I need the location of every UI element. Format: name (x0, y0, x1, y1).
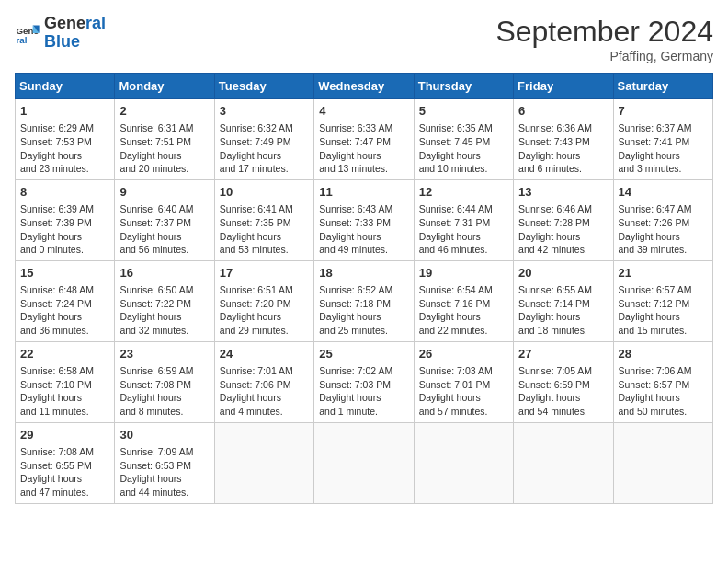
table-row: 4Sunrise: 6:33 AMSunset: 7:47 PMDaylight… (314, 99, 414, 180)
day-number: 13 (518, 184, 608, 201)
day-number: 4 (319, 103, 408, 120)
week-row-2: 8Sunrise: 6:39 AMSunset: 7:39 PMDaylight… (16, 179, 713, 260)
table-row: 11Sunrise: 6:43 AMSunset: 7:33 PMDayligh… (314, 179, 414, 260)
day-info: Sunrise: 6:35 AMSunset: 7:45 PMDaylight … (419, 121, 508, 176)
day-info: Sunrise: 6:36 AMSunset: 7:43 PMDaylight … (518, 121, 608, 176)
table-row: 12Sunrise: 6:44 AMSunset: 7:31 PMDayligh… (414, 179, 513, 260)
table-row: 9Sunrise: 6:40 AMSunset: 7:37 PMDaylight… (115, 179, 214, 260)
table-row: 28Sunrise: 7:06 AMSunset: 6:57 PMDayligh… (613, 341, 712, 422)
table-row: 26Sunrise: 7:03 AMSunset: 7:01 PMDayligh… (414, 341, 513, 422)
day-info: Sunrise: 6:58 AMSunset: 7:10 PMDaylight … (20, 364, 109, 419)
day-info: Sunrise: 7:09 AMSunset: 6:53 PMDaylight … (119, 445, 209, 500)
col-saturday: Saturday (613, 74, 712, 99)
table-row (514, 422, 613, 503)
day-info: Sunrise: 6:33 AMSunset: 7:47 PMDaylight … (319, 121, 408, 176)
table-row: 20Sunrise: 6:55 AMSunset: 7:14 PMDayligh… (514, 260, 613, 341)
table-row (414, 422, 513, 503)
week-row-3: 15Sunrise: 6:48 AMSunset: 7:24 PMDayligh… (16, 260, 713, 341)
day-number: 26 (419, 346, 508, 362)
col-sunday: Sunday (16, 74, 115, 99)
day-number: 2 (119, 103, 209, 120)
table-row: 6Sunrise: 6:36 AMSunset: 7:43 PMDaylight… (514, 99, 613, 180)
table-row: 8Sunrise: 6:39 AMSunset: 7:39 PMDaylight… (16, 179, 115, 260)
day-info: Sunrise: 6:51 AMSunset: 7:20 PMDaylight … (220, 283, 309, 338)
col-thursday: Thursday (414, 74, 513, 99)
svg-text:ral: ral (16, 35, 27, 45)
day-info: Sunrise: 7:02 AMSunset: 7:03 PMDaylight … (319, 364, 408, 419)
col-monday: Monday (115, 74, 214, 99)
day-number: 3 (220, 103, 309, 120)
table-row: 27Sunrise: 7:05 AMSunset: 6:59 PMDayligh… (514, 341, 613, 422)
table-row: 16Sunrise: 6:50 AMSunset: 7:22 PMDayligh… (115, 260, 214, 341)
month-title: September 2024 (495, 15, 713, 49)
day-info: Sunrise: 6:57 AMSunset: 7:12 PMDaylight … (619, 283, 708, 338)
day-info: Sunrise: 7:08 AMSunset: 6:55 PMDaylight … (20, 445, 109, 500)
day-info: Sunrise: 6:44 AMSunset: 7:31 PMDaylight … (419, 202, 508, 257)
day-info: Sunrise: 6:50 AMSunset: 7:22 PMDaylight … (119, 283, 209, 338)
day-info: Sunrise: 7:01 AMSunset: 7:06 PMDaylight … (220, 364, 309, 419)
table-row: 25Sunrise: 7:02 AMSunset: 7:03 PMDayligh… (314, 341, 414, 422)
table-row: 15Sunrise: 6:48 AMSunset: 7:24 PMDayligh… (16, 260, 115, 341)
day-number: 29 (20, 427, 109, 443)
day-info: Sunrise: 7:05 AMSunset: 6:59 PMDaylight … (518, 364, 608, 419)
day-info: Sunrise: 6:29 AMSunset: 7:53 PMDaylight … (20, 121, 109, 176)
day-number: 25 (319, 346, 408, 362)
day-number: 20 (518, 265, 608, 282)
table-row: 7Sunrise: 6:37 AMSunset: 7:41 PMDaylight… (613, 99, 712, 180)
day-info: Sunrise: 6:59 AMSunset: 7:08 PMDaylight … (119, 364, 209, 419)
day-info: Sunrise: 6:52 AMSunset: 7:18 PMDaylight … (319, 283, 408, 338)
day-number: 21 (619, 265, 708, 282)
logo-text: GeneralBlue (44, 15, 106, 52)
location: Pfaffing, Germany (495, 49, 713, 63)
day-info: Sunrise: 6:46 AMSunset: 7:28 PMDaylight … (518, 202, 608, 257)
day-number: 9 (119, 184, 209, 201)
day-info: Sunrise: 6:48 AMSunset: 7:24 PMDaylight … (20, 283, 109, 338)
day-number: 18 (319, 265, 408, 282)
table-row (214, 422, 313, 503)
table-row: 24Sunrise: 7:01 AMSunset: 7:06 PMDayligh… (214, 341, 313, 422)
day-number: 7 (619, 103, 708, 120)
table-row: 10Sunrise: 6:41 AMSunset: 7:35 PMDayligh… (214, 179, 313, 260)
col-friday: Friday (514, 74, 613, 99)
day-info: Sunrise: 6:47 AMSunset: 7:26 PMDaylight … (619, 202, 708, 257)
title-block: September 2024 Pfaffing, Germany (495, 15, 713, 63)
day-number: 22 (20, 346, 109, 362)
day-info: Sunrise: 6:31 AMSunset: 7:51 PMDaylight … (119, 121, 209, 176)
day-info: Sunrise: 6:43 AMSunset: 7:33 PMDaylight … (319, 202, 408, 257)
col-wednesday: Wednesday (314, 74, 414, 99)
day-info: Sunrise: 6:54 AMSunset: 7:16 PMDaylight … (419, 283, 508, 338)
table-row: 19Sunrise: 6:54 AMSunset: 7:16 PMDayligh… (414, 260, 513, 341)
day-info: Sunrise: 6:37 AMSunset: 7:41 PMDaylight … (619, 121, 708, 176)
day-info: Sunrise: 7:06 AMSunset: 6:57 PMDaylight … (619, 364, 708, 419)
table-row: 3Sunrise: 6:32 AMSunset: 7:49 PMDaylight… (214, 99, 313, 180)
week-row-5: 29Sunrise: 7:08 AMSunset: 6:55 PMDayligh… (16, 422, 713, 503)
table-row: 21Sunrise: 6:57 AMSunset: 7:12 PMDayligh… (613, 260, 712, 341)
day-number: 6 (518, 103, 608, 120)
day-info: Sunrise: 6:41 AMSunset: 7:35 PMDaylight … (220, 202, 309, 257)
table-row: 2Sunrise: 6:31 AMSunset: 7:51 PMDaylight… (115, 99, 214, 180)
day-number: 28 (619, 346, 708, 362)
day-number: 10 (220, 184, 309, 201)
day-number: 27 (518, 346, 608, 362)
col-tuesday: Tuesday (214, 74, 313, 99)
table-row: 18Sunrise: 6:52 AMSunset: 7:18 PMDayligh… (314, 260, 414, 341)
day-number: 14 (619, 184, 708, 201)
table-row: 13Sunrise: 6:46 AMSunset: 7:28 PMDayligh… (514, 179, 613, 260)
table-row (314, 422, 414, 503)
day-number: 8 (20, 184, 109, 201)
day-number: 19 (419, 265, 508, 282)
day-number: 17 (220, 265, 309, 282)
table-row (613, 422, 712, 503)
day-info: Sunrise: 6:55 AMSunset: 7:14 PMDaylight … (518, 283, 608, 338)
table-row: 30Sunrise: 7:09 AMSunset: 6:53 PMDayligh… (115, 422, 214, 503)
day-number: 30 (119, 427, 209, 443)
table-row: 5Sunrise: 6:35 AMSunset: 7:45 PMDaylight… (414, 99, 513, 180)
day-number: 5 (419, 103, 508, 120)
calendar-table: Sunday Monday Tuesday Wednesday Thursday… (15, 73, 713, 504)
table-row: 17Sunrise: 6:51 AMSunset: 7:20 PMDayligh… (214, 260, 313, 341)
logo-icon: Gene ral (15, 20, 40, 46)
table-row: 14Sunrise: 6:47 AMSunset: 7:26 PMDayligh… (613, 179, 712, 260)
page-header: Gene ral GeneralBlue September 2024 Pfaf… (15, 15, 713, 63)
day-number: 11 (319, 184, 408, 201)
day-info: Sunrise: 7:03 AMSunset: 7:01 PMDaylight … (419, 364, 508, 419)
